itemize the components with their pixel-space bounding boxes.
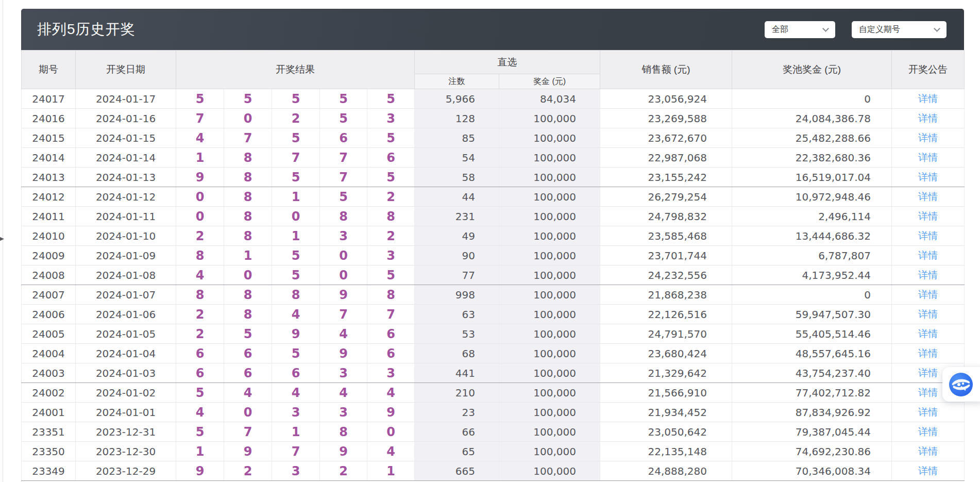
pool-cell: 74,692,230.86 xyxy=(732,442,892,461)
result-digit-cell: 8 xyxy=(224,187,272,207)
result-digit-cell: 6 xyxy=(367,344,415,363)
result-digit-cell: 4 xyxy=(367,383,415,403)
result-digit-cell: 6 xyxy=(320,128,367,148)
type-filter-select[interactable]: 全部 xyxy=(765,21,835,38)
result-digit-cell: 5 xyxy=(320,109,367,128)
page-title: 排列5历史开奖 xyxy=(37,20,136,39)
detail-link[interactable]: 详情 xyxy=(918,172,938,182)
bets-cell: 68 xyxy=(415,344,499,363)
result-digit-cell: 7 xyxy=(320,168,367,187)
result-digit-cell: 8 xyxy=(320,207,367,226)
detail-link[interactable]: 详情 xyxy=(918,250,938,261)
detail-link[interactable]: 详情 xyxy=(918,466,938,476)
period-cell: 24008 xyxy=(22,265,76,285)
result-digit-cell: 5 xyxy=(272,89,320,109)
header-zhixuan-group: 直选 xyxy=(415,51,600,74)
sales-cell: 24,798,832 xyxy=(600,207,732,226)
result-digit-cell: 0 xyxy=(320,265,367,285)
period-cell: 24013 xyxy=(22,168,76,187)
floating-assistant-button[interactable] xyxy=(942,367,980,402)
detail-link[interactable]: 详情 xyxy=(918,191,938,202)
bets-cell: 23 xyxy=(415,403,499,422)
prize-cell: 100,000 xyxy=(499,383,600,403)
date-cell: 2024-01-09 xyxy=(76,246,176,265)
period-cell: 24009 xyxy=(22,246,76,265)
detail-link[interactable]: 详情 xyxy=(918,93,938,104)
result-digit-cell: 0 xyxy=(176,207,224,226)
prize-cell: 100,000 xyxy=(499,324,600,344)
result-digit-cell: 0 xyxy=(272,207,320,226)
result-digit-cell: 5 xyxy=(367,168,415,187)
detail-cell: 详情 xyxy=(892,442,965,461)
date-cell: 2024-01-03 xyxy=(76,363,176,383)
detail-link[interactable]: 详情 xyxy=(918,368,938,378)
result-digit-cell: 5 xyxy=(367,128,415,148)
detail-cell: 详情 xyxy=(892,168,965,187)
result-digit-cell: 3 xyxy=(367,109,415,128)
date-cell: 2024-01-07 xyxy=(76,285,176,305)
table-row: 240162024-01-1670253128100,00023,269,588… xyxy=(22,109,965,128)
detail-link[interactable]: 详情 xyxy=(918,446,938,457)
detail-link[interactable]: 详情 xyxy=(918,132,938,143)
period-filter-select[interactable]: 自定义期号 xyxy=(852,21,947,38)
result-digit-cell: 9 xyxy=(176,168,224,187)
detail-link[interactable]: 详情 xyxy=(918,348,938,359)
result-digit-cell: 4 xyxy=(176,265,224,285)
detail-link[interactable]: 详情 xyxy=(918,328,938,339)
result-digit-cell: 2 xyxy=(176,324,224,344)
result-digit-cell: 1 xyxy=(224,246,272,265)
result-digit-cell: 2 xyxy=(367,187,415,207)
period-cell: 23350 xyxy=(22,442,76,461)
sales-cell: 26,279,254 xyxy=(600,187,732,207)
detail-link[interactable]: 详情 xyxy=(918,152,938,163)
sales-cell: 22,987,068 xyxy=(600,148,732,168)
result-digit-cell: 8 xyxy=(224,168,272,187)
date-cell: 2023-12-30 xyxy=(76,442,176,461)
table-row: 233492023-12-2992321665100,00024,888,280… xyxy=(22,461,965,481)
assistant-icon xyxy=(949,373,973,396)
pool-cell: 2,496,114 xyxy=(732,207,892,226)
result-digit-cell: 5 xyxy=(320,89,367,109)
detail-link[interactable]: 详情 xyxy=(918,387,938,398)
result-digit-cell: 8 xyxy=(224,207,272,226)
result-digit-cell: 5 xyxy=(224,89,272,109)
bets-cell: 441 xyxy=(415,363,499,383)
pool-cell: 13,444,686.32 xyxy=(732,226,892,246)
detail-link[interactable]: 详情 xyxy=(918,426,938,437)
pool-cell: 79,387,045.44 xyxy=(732,422,892,442)
sales-cell: 21,934,452 xyxy=(600,403,732,422)
result-digit-cell: 5 xyxy=(367,89,415,109)
result-digit-cell: 6 xyxy=(224,363,272,383)
detail-link[interactable]: 详情 xyxy=(918,407,938,418)
detail-link[interactable]: 详情 xyxy=(918,211,938,222)
result-digit-cell: 2 xyxy=(272,109,320,128)
detail-link[interactable]: 详情 xyxy=(918,270,938,280)
bets-cell: 49 xyxy=(415,226,499,246)
period-cell: 24010 xyxy=(22,226,76,246)
result-digit-cell: 7 xyxy=(320,148,367,168)
detail-link[interactable]: 详情 xyxy=(918,230,938,241)
header-sales: 销售额 (元) xyxy=(600,51,732,89)
result-digit-cell: 7 xyxy=(224,422,272,442)
result-digit-cell: 4 xyxy=(224,383,272,403)
detail-cell: 详情 xyxy=(892,344,965,363)
detail-link[interactable]: 详情 xyxy=(918,309,938,320)
period-cell: 24016 xyxy=(22,109,76,128)
sales-cell: 23,585,468 xyxy=(600,226,732,246)
prize-cell: 100,000 xyxy=(499,442,600,461)
sales-cell: 23,050,642 xyxy=(600,422,732,442)
date-cell: 2024-01-14 xyxy=(76,148,176,168)
date-cell: 2024-01-04 xyxy=(76,344,176,363)
result-digit-cell: 8 xyxy=(224,226,272,246)
prize-cell: 100,000 xyxy=(499,461,600,481)
date-cell: 2024-01-13 xyxy=(76,168,176,187)
result-digit-cell: 1 xyxy=(272,422,320,442)
date-cell: 2023-12-29 xyxy=(76,461,176,481)
detail-link[interactable]: 详情 xyxy=(918,113,938,124)
prize-cell: 100,000 xyxy=(499,207,600,226)
result-digit-cell: 5 xyxy=(272,128,320,148)
result-digit-cell: 7 xyxy=(367,305,415,324)
period-cell: 23349 xyxy=(22,461,76,481)
detail-link[interactable]: 详情 xyxy=(918,289,938,300)
result-digit-cell: 5 xyxy=(176,89,224,109)
